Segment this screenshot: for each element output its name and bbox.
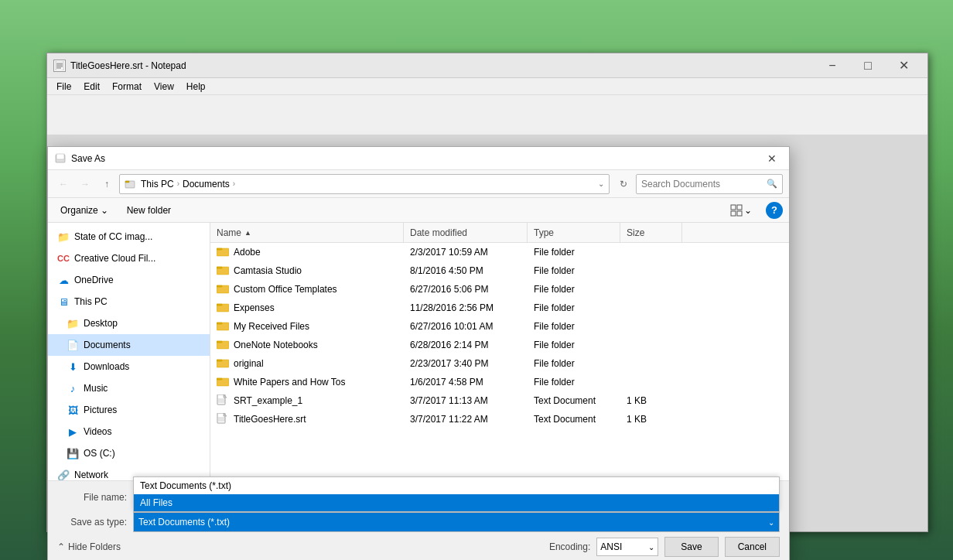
- sidebar-item-label-creative-cloud: Creative Cloud Fil...: [74, 253, 155, 264]
- file-date-cell: 8/1/2016 4:50 PM: [404, 261, 528, 280]
- encoding-select[interactable]: ANSI ⌄: [596, 538, 658, 556]
- path-separator-1: ›: [177, 179, 179, 188]
- sidebar-item-videos[interactable]: ▶ Videos: [48, 421, 210, 442]
- sidebar-item-state-cc[interactable]: 📁 State of CC imag...: [48, 226, 210, 248]
- notepad-controls: − □ ✕: [815, 53, 921, 78]
- savetype-dropdown[interactable]: Text Documents (*.txt) All Files: [133, 476, 780, 512]
- menu-file[interactable]: File: [50, 80, 77, 94]
- search-box[interactable]: 🔍: [636, 174, 783, 194]
- sidebar: 📁 State of CC imag... CC Creative Cloud …: [48, 223, 210, 480]
- organize-button[interactable]: Organize ⌄: [54, 203, 114, 217]
- file-name: OneNote Notebooks: [234, 340, 318, 350]
- path-this-pc[interactable]: This PC: [141, 179, 174, 190]
- notepad-titlebar: TitleGoesHere.srt - Notepad − □ ✕: [47, 53, 927, 78]
- menu-format[interactable]: Format: [106, 80, 148, 94]
- sidebar-item-pictures[interactable]: 🖼 Pictures: [48, 399, 210, 421]
- sort-arrow-icon: ▲: [244, 229, 251, 237]
- menu-edit[interactable]: Edit: [77, 80, 106, 94]
- file-name-cell: Adobe: [210, 243, 404, 261]
- path-documents[interactable]: Documents: [183, 179, 230, 190]
- search-icon[interactable]: 🔍: [767, 179, 777, 189]
- svg-rect-8: [125, 181, 129, 183]
- minimize-button[interactable]: −: [815, 53, 850, 78]
- table-row[interactable]: My Received Files 6/27/2016 10:01 AM Fil…: [210, 317, 789, 336]
- text-file-icon: [217, 394, 229, 407]
- savetype-select[interactable]: Text Documents (*.txt) ⌄: [133, 512, 780, 532]
- dialog-overlay: Save As ✕ ← → ↑ This PC › Documen: [47, 135, 927, 531]
- this-pc-icon: 🖥: [57, 295, 70, 308]
- view-button[interactable]: ⌄: [727, 203, 755, 218]
- table-row[interactable]: Adobe 2/3/2017 10:59 AM File folder: [210, 243, 789, 261]
- desktop-folder-icon: 📁: [67, 317, 79, 330]
- maximize-button[interactable]: □: [850, 53, 886, 78]
- file-name: Custom Office Templates: [234, 284, 337, 295]
- table-row[interactable]: Custom Office Templates 6/27/2016 5:06 P…: [210, 280, 789, 299]
- col-header-type[interactable]: Type: [528, 223, 620, 242]
- sidebar-item-creative-cloud[interactable]: CC Creative Cloud Fil...: [48, 248, 210, 269]
- svg-rect-10: [737, 205, 742, 210]
- svg-rect-6: [56, 154, 64, 159]
- notepad-icon: [53, 60, 66, 72]
- sidebar-item-os-c[interactable]: 💾 OS (C:): [48, 442, 210, 464]
- file-name: My Received Files: [234, 321, 309, 332]
- encoding-label: Encoding:: [549, 541, 590, 552]
- file-list-header: Name ▲ Date modified Type Size: [210, 223, 789, 243]
- dialog-close-button[interactable]: ✕: [761, 149, 783, 168]
- address-bar[interactable]: This PC › Documents › ⌄: [119, 174, 610, 194]
- file-name: SRT_example_1: [234, 395, 302, 406]
- table-row[interactable]: Expenses 11/28/2016 2:56 PM File folder: [210, 299, 789, 317]
- forward-button[interactable]: →: [76, 175, 94, 193]
- help-button[interactable]: ?: [766, 202, 783, 219]
- svg-rect-12: [737, 211, 742, 216]
- svg-rect-16: [217, 267, 222, 268]
- dropdown-option-txt[interactable]: Text Documents (*.txt): [134, 477, 779, 494]
- path-separator-2: ›: [233, 179, 235, 188]
- savetype-label: Save as type:: [57, 517, 127, 528]
- file-name-cell: original: [210, 354, 404, 373]
- sidebar-item-documents[interactable]: 📄 Documents: [48, 334, 210, 356]
- file-size-cell: [620, 243, 682, 261]
- table-row[interactable]: OneNote Notebooks 6/28/2016 2:14 PM File…: [210, 336, 789, 354]
- col-header-size[interactable]: Size: [620, 223, 682, 242]
- view-chevron-icon: ⌄: [744, 205, 752, 216]
- save-button[interactable]: Save: [664, 537, 718, 557]
- file-type-cell: File folder: [528, 243, 620, 261]
- encoding-chevron-icon: ⌄: [648, 543, 654, 551]
- table-row[interactable]: SRT_example_1 3/7/2017 11:13 AM Text Doc…: [210, 391, 789, 410]
- text-file-icon: [217, 413, 229, 425]
- menu-help[interactable]: Help: [180, 80, 212, 94]
- svg-rect-26: [217, 360, 222, 361]
- table-row[interactable]: Camtasia Studio 8/1/2016 4:50 PM File fo…: [210, 261, 789, 280]
- hide-folders-label: Hide Folders: [68, 541, 121, 552]
- file-size-cell: [620, 317, 682, 336]
- col-header-name[interactable]: Name ▲: [210, 223, 404, 242]
- sidebar-item-downloads[interactable]: ⬇ Downloads: [48, 356, 210, 377]
- table-row[interactable]: original 2/23/2017 3:40 PM File folder: [210, 354, 789, 373]
- new-folder-button[interactable]: New folder: [121, 203, 177, 217]
- table-row[interactable]: TitleGoesHere.srt 3/7/2017 11:22 AM Text…: [210, 410, 789, 429]
- sidebar-item-label-music: Music: [84, 383, 108, 394]
- dropdown-option-all[interactable]: All Files: [134, 494, 779, 511]
- address-dropdown-icon[interactable]: ⌄: [598, 179, 604, 188]
- cancel-button[interactable]: Cancel: [725, 537, 780, 557]
- back-button[interactable]: ←: [54, 175, 73, 193]
- notepad-close-button[interactable]: ✕: [886, 53, 921, 78]
- col-header-date[interactable]: Date modified: [404, 223, 528, 242]
- dialog-body: 📁 State of CC imag... CC Creative Cloud …: [48, 223, 789, 480]
- sidebar-item-desktop[interactable]: 📁 Desktop: [48, 312, 210, 334]
- organize-label: Organize: [60, 205, 98, 216]
- up-button[interactable]: ↑: [97, 175, 116, 193]
- search-input[interactable]: [641, 179, 763, 190]
- file-type-cell: File folder: [528, 354, 620, 373]
- refresh-button[interactable]: ↻: [614, 175, 633, 193]
- savetype-chevron-icon: ⌄: [768, 518, 774, 527]
- table-row[interactable]: White Papers and How Tos 1/6/2017 4:58 P…: [210, 373, 789, 391]
- hide-folders-button[interactable]: ⌃ Hide Folders: [57, 541, 121, 552]
- file-date-cell: 3/7/2017 11:13 AM: [404, 391, 528, 410]
- savetype-row: Save as type: Text Documents (*.txt) ⌄ T…: [57, 512, 780, 532]
- sidebar-item-onedrive[interactable]: ☁ OneDrive: [48, 269, 210, 291]
- folder-icon: 📁: [57, 230, 70, 243]
- menu-view[interactable]: View: [148, 80, 180, 94]
- sidebar-item-this-pc[interactable]: 🖥 This PC: [48, 291, 210, 312]
- sidebar-item-music[interactable]: ♪ Music: [48, 377, 210, 399]
